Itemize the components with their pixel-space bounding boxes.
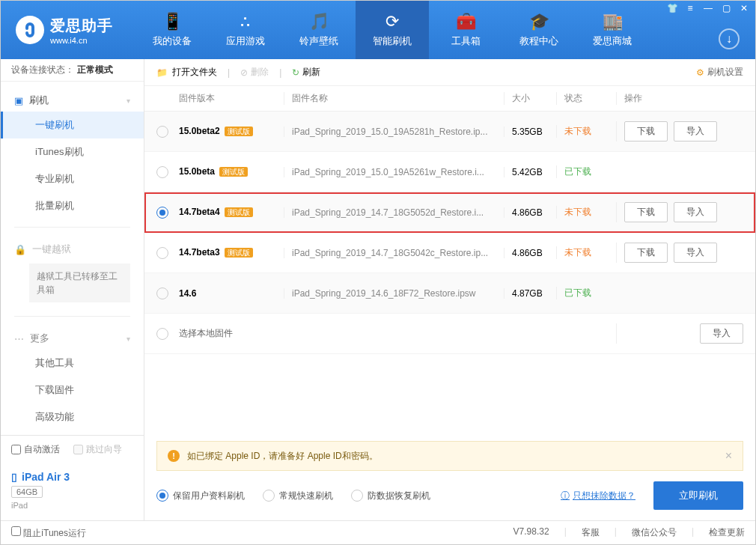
nav-ringtones[interactable]: 🎵铃声壁纸 [282, 1, 356, 59]
download-button[interactable]: 下载 [624, 202, 668, 222]
open-folder-button[interactable]: 打开文件夹 [172, 66, 217, 79]
table-row[interactable]: 14.7beta4测试版 iPad_Spring_2019_14.7_18G50… [144, 192, 755, 233]
col-name: 固件名称 [284, 92, 504, 105]
music-icon: 🎵 [309, 12, 329, 31]
firmware-status: 已下载 [556, 165, 616, 178]
nav-flash[interactable]: ⟳智能刷机 [356, 1, 429, 59]
sidebar-jailbreak-head: 🔒 一键越狱 [1, 238, 144, 261]
maximize-icon[interactable]: ▢ [720, 3, 732, 13]
sidebar-item-oneclick[interactable]: 一键刷机 [1, 112, 144, 138]
chevron-down-icon: ▾ [126, 97, 130, 105]
close-notice[interactable]: × [725, 449, 732, 463]
import-button[interactable]: 导入 [700, 323, 743, 344]
flash-options-row: 保留用户资料刷机 常规快速刷机 防数据恢复刷机 ⓘ只想抹除数据？ 立即刷机 [144, 471, 755, 520]
import-button[interactable]: 导入 [674, 121, 717, 141]
table-row[interactable]: 14.6 iPad_Spring_2019_14.6_18F72_Restore… [144, 273, 755, 314]
update-link[interactable]: 检查更新 [709, 526, 745, 539]
sidebar-item-itunes[interactable]: iTunes刷机 [1, 138, 144, 165]
refresh-icon: ↻ [292, 67, 299, 78]
sidebar-flash-head[interactable]: ▣ 刷机 ▾ [1, 89, 144, 112]
lock-icon: 🔒 [14, 244, 26, 255]
col-version: 固件版本 [179, 92, 284, 105]
jailbreak-note: 越狱工具已转移至工具箱 [29, 264, 130, 302]
firmware-status: 已下载 [556, 287, 616, 299]
minimize-icon[interactable]: — [702, 3, 714, 13]
sidebar-item-advanced[interactable]: 高级功能 [1, 404, 144, 430]
block-itunes-checkbox[interactable]: 阻止iTunes运行 [11, 526, 86, 540]
firmware-name: iPad_Spring_2019_14.6_18F72_Restore.ipsw [284, 288, 504, 299]
download-button[interactable]: 下载 [624, 121, 668, 141]
col-size: 大小 [504, 92, 556, 105]
nav-my-device[interactable]: 📱我的设备 [135, 1, 209, 59]
storage-badge: 64GB [11, 486, 43, 498]
toolbar: 📁 打开文件夹 | ⊘ 删除 | ↻ 刷新 ⚙ 刷机设置 [144, 59, 755, 86]
auto-activate-checkbox[interactable]: 自动激活 [11, 443, 60, 456]
chevron-down-icon: ▾ [126, 335, 130, 343]
device-type: iPad [11, 501, 133, 510]
firmware-size: 4.87GB [504, 288, 556, 299]
brand-sub: www.i4.cn [50, 36, 113, 45]
brand: 爱思助手 www.i4.cn [1, 16, 128, 45]
radio[interactable] [156, 126, 168, 138]
refresh-icon: ⟳ [385, 12, 399, 31]
radio[interactable] [156, 166, 168, 178]
import-button[interactable]: 导入 [674, 202, 717, 222]
settings-button[interactable]: ⚙ 刷机设置 [696, 66, 743, 79]
sidebar-item-download[interactable]: 下载固件 [1, 377, 144, 404]
firmware-status: 未下载 [556, 125, 616, 138]
flash-opt-antirestore[interactable]: 防数据恢复刷机 [351, 490, 430, 502]
warning-icon: ! [168, 450, 180, 462]
more-icon: ⋯ [14, 333, 24, 344]
flash-opt-preserve[interactable]: 保留用户资料刷机 [156, 490, 245, 502]
apple-id-notice: ! 如已绑定 Apple ID，请准备好 Apple ID和密码。 × [156, 441, 743, 471]
sidebar-item-other[interactable]: 其他工具 [1, 350, 144, 377]
nav-tutorial[interactable]: 🎓教程中心 [502, 1, 576, 59]
menu-icon[interactable]: ≡ [684, 3, 696, 13]
flash-now-button[interactable]: 立即刷机 [653, 481, 743, 510]
close-icon[interactable]: ✕ [738, 3, 750, 13]
beta-badge: 测试版 [225, 127, 253, 136]
delete-icon: ⊘ [240, 67, 248, 78]
footer: 阻止iTunes运行 V7.98.32 | 客服 | 微信公众号 | 检查更新 [1, 520, 755, 544]
radio[interactable] [156, 247, 168, 259]
refresh-button[interactable]: 刷新 [302, 66, 320, 79]
window-controls: 👕 ≡ — ▢ ✕ [666, 3, 750, 13]
skip-guide-checkbox[interactable]: 跳过向导 [73, 443, 122, 456]
sidebar-item-batch[interactable]: 批量刷机 [1, 192, 144, 219]
firmware-size: 4.86GB [504, 207, 556, 218]
firmware-list: 15.0beta2测试版 iPad_Spring_2019_15.0_19A52… [144, 112, 755, 314]
device-name[interactable]: ▯ iPad Air 3 [11, 471, 133, 483]
version-label: V7.98.32 [513, 526, 549, 539]
apps-icon: ⛬ [237, 12, 254, 31]
download-indicator[interactable]: ↓ [719, 28, 740, 49]
import-button[interactable]: 导入 [674, 243, 717, 263]
erase-link[interactable]: ⓘ只想抹除数据？ [561, 490, 635, 502]
shirt-icon[interactable]: 👕 [666, 3, 678, 13]
table-header: 固件版本 固件名称 大小 状态 操作 [144, 86, 755, 112]
firmware-size: 5.42GB [504, 167, 556, 177]
sidebar-more-head[interactable]: ⋯ 更多 ▾ [1, 327, 144, 350]
toolbox-icon: 🧰 [456, 12, 476, 31]
phone-icon: ▯ [11, 471, 17, 483]
download-button[interactable]: 下载 [624, 243, 668, 263]
firmware-name: iPad_Spring_2019_14.7_18G5052d_Restore.i… [284, 207, 504, 218]
sidebar-item-pro[interactable]: 专业刷机 [1, 165, 144, 192]
wechat-link[interactable]: 微信公众号 [632, 526, 677, 539]
radio[interactable] [156, 207, 168, 219]
firmware-status: 未下载 [556, 206, 616, 219]
nav-apps[interactable]: ⛬应用游戏 [209, 1, 282, 59]
nav-toolbox[interactable]: 🧰工具箱 [429, 1, 502, 59]
table-row[interactable]: 14.7beta3测试版 iPad_Spring_2019_14.7_18G50… [144, 233, 755, 273]
firmware-size: 4.86GB [504, 248, 556, 258]
radio[interactable] [156, 287, 168, 299]
radio[interactable] [156, 328, 168, 340]
local-firmware-row[interactable]: 选择本地固件 导入 [144, 314, 755, 354]
col-status: 状态 [556, 92, 616, 105]
beta-badge: 测试版 [225, 248, 253, 258]
table-row[interactable]: 15.0beta2测试版 iPad_Spring_2019_15.0_19A52… [144, 112, 755, 152]
firmware-status: 未下载 [556, 246, 616, 259]
flash-opt-quick[interactable]: 常规快速刷机 [263, 490, 333, 502]
table-row[interactable]: 15.0beta测试版 iPad_Spring_2019_15.0_19A526… [144, 152, 755, 192]
nav-store[interactable]: 🏬爱思商城 [576, 1, 649, 59]
service-link[interactable]: 客服 [582, 526, 600, 539]
